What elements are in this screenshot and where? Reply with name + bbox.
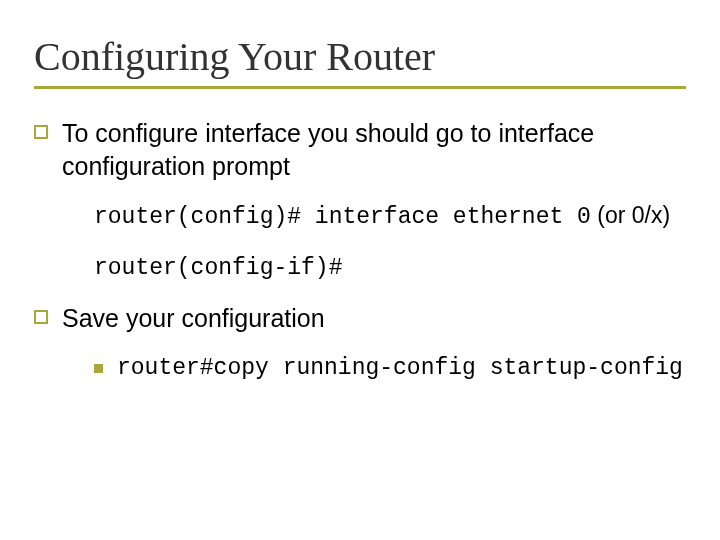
bullet-item: To configure interface you should go to … (34, 117, 686, 182)
slide: Configuring Your Router To configure int… (0, 0, 720, 540)
code-block: router(config-if)# (94, 251, 686, 284)
code-tail: (or 0/x) (591, 202, 670, 228)
code-text: router(config-if)# (94, 255, 342, 281)
bullet-item: Save your configuration (34, 302, 686, 335)
code-text: router#copy running-config startup-confi… (117, 353, 683, 384)
code-line: router(config)# interface ethernet 0 (or… (94, 200, 686, 233)
sub-bullet-item: router#copy running-config startup-confi… (94, 353, 686, 384)
bullet-text: Save your configuration (62, 302, 325, 335)
bullet-text: To configure interface you should go to … (62, 117, 686, 182)
square-bullet-icon (34, 125, 48, 139)
square-bullet-icon (34, 310, 48, 324)
code-text: router(config)# interface ethernet 0 (94, 204, 591, 230)
filled-square-bullet-icon (94, 364, 103, 373)
code-block: router(config)# interface ethernet 0 (or… (94, 200, 686, 233)
page-title: Configuring Your Router (34, 36, 686, 89)
code-line: router(config-if)# (94, 251, 686, 284)
